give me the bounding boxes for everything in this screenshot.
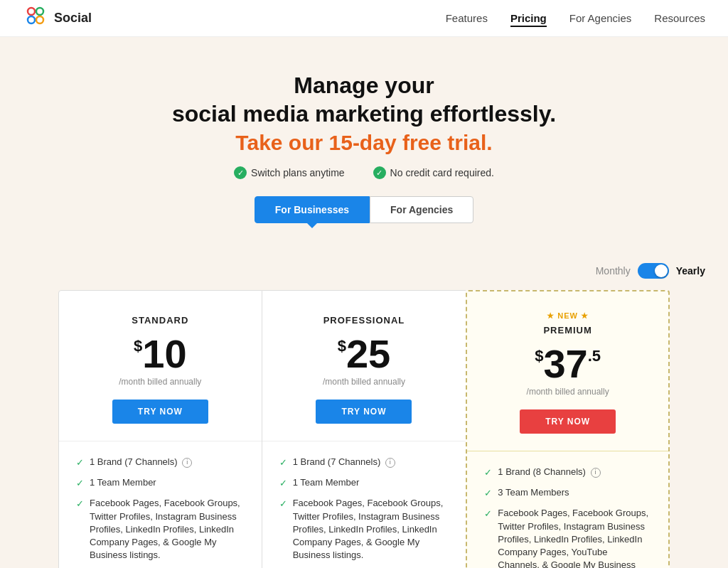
check-icon: ✓ [484, 508, 492, 520]
pricing-cards: STANDARD $ 10 /month billed annually TRY… [58, 290, 670, 568]
professional-feature-1: ✓ 1 Brand (7 Channels) i [279, 456, 449, 469]
toggle-thumb [655, 264, 668, 277]
trial-text: Take our 15-day free trial. [14, 131, 714, 155]
professional-try-btn[interactable]: TRY NOW [316, 400, 412, 424]
check-icon: ✓ [279, 477, 287, 490]
hero-headline: Manage your social media marketing effor… [14, 71, 714, 128]
premium-price: $ 37 .5 [484, 344, 651, 384]
monthly-label: Monthly [596, 265, 631, 277]
professional-features: ✓ 1 Brand (7 Channels) i ✓ 1 Team Member… [262, 441, 466, 568]
standard-feature-1: ✓ 1 Brand (7 Channels) i [76, 456, 245, 469]
nav-resources[interactable]: Resources [654, 12, 705, 24]
professional-feature-3: ✓ Facebook Pages, Facebook Groups, Twitt… [279, 497, 449, 562]
professional-price: $ 25 [279, 334, 449, 374]
premium-feature-2: ✓ 3 Team Members [484, 486, 651, 500]
navbar: Social Features Pricing For Agencies Res… [0, 0, 728, 37]
premium-amount: 37 [543, 344, 587, 384]
check-icon: ✓ [484, 487, 492, 500]
check-icon: ✓ [76, 498, 84, 510]
check-icon: ✓ [279, 498, 287, 510]
badge-switch-plans: ✓ Switch plans anytime [234, 166, 345, 179]
check-icon-1: ✓ [234, 166, 247, 179]
check-icon: ✓ [76, 477, 84, 490]
premium-new-badge: ★ NEW ★ [484, 311, 651, 321]
premium-plan-name: PREMIUM [484, 325, 651, 336]
pricing-section: Monthly Yearly STANDARD $ 10 /month bill… [0, 249, 728, 568]
professional-amount: 25 [346, 334, 390, 374]
standard-feature-2: ✓ 1 Team Member [76, 476, 245, 490]
standard-amount: 10 [142, 334, 186, 374]
info-icon[interactable]: i [385, 458, 395, 468]
standard-period: /month billed annually [76, 377, 245, 387]
premium-feature-3: ✓ Facebook Pages, Facebook Groups, Twitt… [484, 507, 651, 568]
professional-plan-name: PROFESSIONAL [279, 315, 449, 326]
nav-features[interactable]: Features [446, 12, 488, 24]
check-icon-2: ✓ [373, 166, 386, 179]
check-icon: ✓ [484, 466, 492, 479]
logo: Social [23, 6, 92, 31]
plan-tabs: For Businesses For Agencies [14, 196, 714, 223]
logo-icon [23, 6, 48, 31]
plan-premium: ★ NEW ★ PREMIUM $ 37 .5 /month billed an… [466, 290, 670, 568]
hero-section: Manage your social media marketing effor… [0, 37, 728, 249]
standard-feature-3: ✓ Facebook Pages, Facebook Groups, Twitt… [76, 497, 245, 562]
info-icon[interactable]: i [591, 468, 601, 478]
check-icon: ✓ [76, 456, 84, 469]
standard-features: ✓ 1 Brand (7 Channels) i ✓ 1 Team Member… [59, 441, 262, 568]
plan-standard-top: STANDARD $ 10 /month billed annually TRY… [59, 291, 262, 441]
tab-agencies[interactable]: For Agencies [370, 196, 473, 223]
standard-try-btn[interactable]: TRY NOW [112, 400, 208, 424]
premium-try-btn[interactable]: TRY NOW [520, 409, 616, 434]
billing-toggle: Monthly Yearly [23, 263, 705, 279]
standard-price: $ 10 [76, 334, 245, 374]
premium-period: /month billed annually [484, 387, 651, 397]
premium-feature-1: ✓ 1 Brand (8 Channels) i [484, 466, 651, 479]
plan-standard: STANDARD $ 10 /month billed annually TRY… [58, 290, 262, 568]
billing-toggle-switch[interactable] [638, 263, 669, 279]
professional-feature-2: ✓ 1 Team Member [279, 476, 449, 490]
check-icon: ✓ [279, 456, 287, 469]
hero-badges: ✓ Switch plans anytime ✓ No credit card … [14, 166, 714, 179]
premium-features: ✓ 1 Brand (8 Channels) i ✓ 3 Team Member… [467, 451, 668, 568]
nav-agencies[interactable]: For Agencies [569, 12, 632, 24]
plan-professional-top: PROFESSIONAL $ 25 /month billed annually… [262, 291, 466, 441]
svg-point-3 [36, 16, 43, 23]
yearly-label: Yearly [676, 265, 705, 277]
badge-no-card: ✓ No credit card required. [373, 166, 494, 179]
premium-decimal: .5 [588, 348, 601, 364]
svg-point-2 [28, 16, 35, 23]
nav-pricing[interactable]: Pricing [510, 12, 547, 27]
tab-businesses[interactable]: For Businesses [255, 196, 370, 223]
svg-point-1 [36, 8, 43, 15]
logo-text: Social [54, 11, 92, 26]
standard-plan-name: STANDARD [76, 315, 245, 326]
professional-dollar: $ [338, 338, 346, 354]
svg-point-0 [28, 8, 35, 15]
nav-links: Features Pricing For Agencies Resources [446, 12, 705, 25]
professional-period: /month billed annually [279, 377, 449, 387]
standard-dollar: $ [134, 338, 142, 354]
premium-dollar: $ [535, 348, 543, 364]
info-icon[interactable]: i [182, 458, 192, 468]
plan-premium-top: ★ NEW ★ PREMIUM $ 37 .5 /month billed an… [467, 291, 668, 451]
plan-professional: PROFESSIONAL $ 25 /month billed annually… [262, 290, 466, 568]
